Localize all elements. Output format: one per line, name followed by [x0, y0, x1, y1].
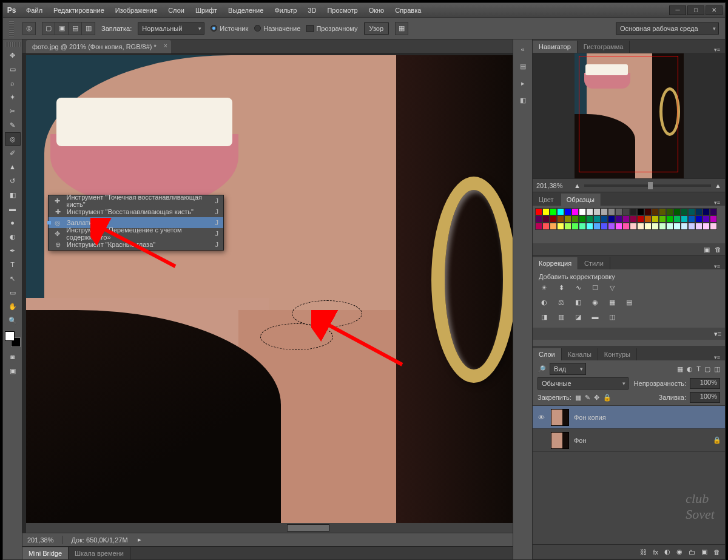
panel-menu-icon[interactable]: ▾≡ [709, 263, 725, 269]
workspace-select[interactable]: Основная рабочая среда [616, 22, 719, 35]
current-tool-icon[interactable]: ◎ [22, 22, 36, 35]
panel-menu-icon[interactable]: ▾≡ [709, 354, 725, 360]
fill-field[interactable]: 100% [690, 392, 720, 403]
mini-bridge-tab[interactable]: Mini Bridge [22, 547, 69, 559]
brightness-icon[interactable]: ☀ [539, 283, 550, 292]
swatch[interactable] [666, 223, 673, 230]
delete-swatch-icon[interactable]: 🗑 [715, 246, 721, 253]
swatch[interactable] [564, 223, 571, 230]
swatch[interactable] [564, 208, 571, 215]
mask-icon[interactable]: ◐ [664, 548, 670, 556]
marquee-tool-icon[interactable]: ▭ [5, 62, 21, 76]
swatches-grid[interactable] [533, 206, 725, 243]
swatch[interactable] [710, 208, 717, 215]
histogram-tab[interactable]: Гистограмма [578, 41, 630, 53]
expand-icon[interactable]: « [517, 43, 529, 55]
destination-radio[interactable]: Назначение [254, 25, 300, 32]
swatch[interactable] [644, 215, 652, 223]
panel-menu-icon[interactable]: ▾≡ [709, 47, 725, 53]
status-menu-icon[interactable]: ▸ [138, 536, 141, 544]
toolbar-handle[interactable] [5, 42, 21, 47]
path-tool-icon[interactable]: ↖ [5, 272, 21, 285]
flyout-content-aware-move[interactable]: ✥Инструмент «Перемещение с учетом содерж… [49, 228, 223, 239]
screenmode-icon[interactable]: ▣ [5, 364, 21, 377]
minimize-button[interactable]: ─ [669, 5, 686, 15]
view-rect[interactable] [579, 56, 678, 172]
wand-tool-icon[interactable]: ✶ [5, 90, 21, 104]
new-layer-icon[interactable]: ▣ [701, 548, 707, 556]
curves-icon[interactable]: ∿ [573, 283, 584, 292]
status-doc-size[interactable]: Док: 650,0K/1,27M [71, 536, 127, 544]
patch-mode-select[interactable]: Нормальный [138, 22, 204, 35]
menu-select[interactable]: Выделение [223, 4, 268, 16]
swatch[interactable] [542, 223, 550, 230]
panel-menu-icon[interactable]: ▾≡ [714, 330, 721, 338]
swatch[interactable] [601, 208, 608, 215]
layer-row[interactable]: Фон 🔒 [533, 429, 725, 452]
swatch[interactable] [681, 208, 688, 215]
layer-name[interactable]: Фон [574, 437, 587, 444]
swatch[interactable] [695, 223, 703, 230]
dodge-tool-icon[interactable]: ◐ [5, 230, 21, 243]
filter-pixel-icon[interactable]: ▦ [677, 365, 683, 373]
invert-icon[interactable]: ◨ [539, 312, 550, 322]
gradient-map-icon[interactable]: ▬ [590, 312, 601, 322]
swatch[interactable] [666, 208, 673, 215]
filter-smart-icon[interactable]: ◫ [714, 365, 720, 373]
filter-shape-icon[interactable]: ▢ [704, 365, 710, 373]
swatch[interactable] [557, 208, 564, 215]
lasso-tool-icon[interactable]: ⌕ [5, 76, 21, 90]
swatch[interactable] [571, 215, 579, 223]
vibrance-icon[interactable]: ▽ [607, 283, 618, 292]
sel-intersect-icon[interactable]: ▥ [82, 22, 95, 35]
adjustment-layer-icon[interactable]: ◉ [676, 548, 682, 556]
pattern-picker-icon[interactable]: ▦ [395, 22, 408, 35]
menu-file[interactable]: Файл [21, 4, 47, 16]
swatch[interactable] [586, 215, 593, 223]
swatch[interactable] [571, 208, 579, 215]
swatch[interactable] [644, 223, 652, 230]
panel-menu-icon[interactable]: ▾≡ [709, 200, 725, 206]
healing-tool-icon[interactable]: ◎ [5, 132, 21, 146]
threshold-icon[interactable]: ◪ [573, 312, 584, 322]
swatch[interactable] [703, 223, 710, 230]
swatch[interactable] [615, 223, 622, 230]
source-radio[interactable]: Источник [211, 25, 248, 32]
swatch[interactable] [637, 208, 644, 215]
swatch[interactable] [615, 215, 622, 223]
menu-filter[interactable]: Фильтр [269, 4, 302, 16]
color-tab[interactable]: Цвет [533, 194, 561, 206]
canvas-area[interactable]: ✚Инструмент "Точечная восстанавливающая … [22, 54, 513, 533]
filter-icon[interactable]: 🔎 [538, 365, 546, 373]
tab-close-icon[interactable]: × [164, 42, 167, 49]
options-handle[interactable] [9, 21, 14, 36]
crop-tool-icon[interactable]: ✂ [5, 104, 21, 118]
swatch[interactable] [586, 223, 593, 230]
swatch[interactable] [542, 215, 550, 223]
layer-name[interactable]: Фон копия [574, 414, 606, 421]
posterize-icon[interactable]: ▥ [556, 312, 567, 322]
swatch[interactable] [637, 215, 644, 223]
sel-add-icon[interactable]: ▣ [55, 22, 69, 35]
swatch[interactable] [644, 208, 652, 215]
swatch[interactable] [630, 215, 637, 223]
menu-view[interactable]: Просмотр [322, 4, 362, 16]
flyout-spot-healing[interactable]: ✚Инструмент "Точечная восстанавливающая … [49, 195, 223, 206]
lock-all-icon[interactable]: 🔒 [603, 394, 612, 402]
swatch[interactable] [695, 215, 703, 223]
zoom-in-icon[interactable]: ▲ [715, 182, 721, 189]
new-swatch-icon[interactable]: ▣ [704, 246, 710, 254]
zoom-slider[interactable] [584, 184, 711, 187]
styles-tab[interactable]: Стили [578, 257, 610, 269]
eraser-tool-icon[interactable]: ◧ [5, 188, 21, 201]
stamp-tool-icon[interactable]: ▲ [5, 160, 21, 174]
swatch[interactable] [637, 223, 644, 230]
swatch[interactable] [542, 208, 550, 215]
swatch[interactable] [579, 208, 586, 215]
levels-icon[interactable]: ⬍ [556, 283, 567, 292]
swatch[interactable] [673, 215, 681, 223]
swatch[interactable] [673, 223, 681, 230]
swatch[interactable] [593, 215, 601, 223]
blur-tool-icon[interactable]: ● [5, 216, 21, 229]
swatch[interactable] [593, 223, 601, 230]
